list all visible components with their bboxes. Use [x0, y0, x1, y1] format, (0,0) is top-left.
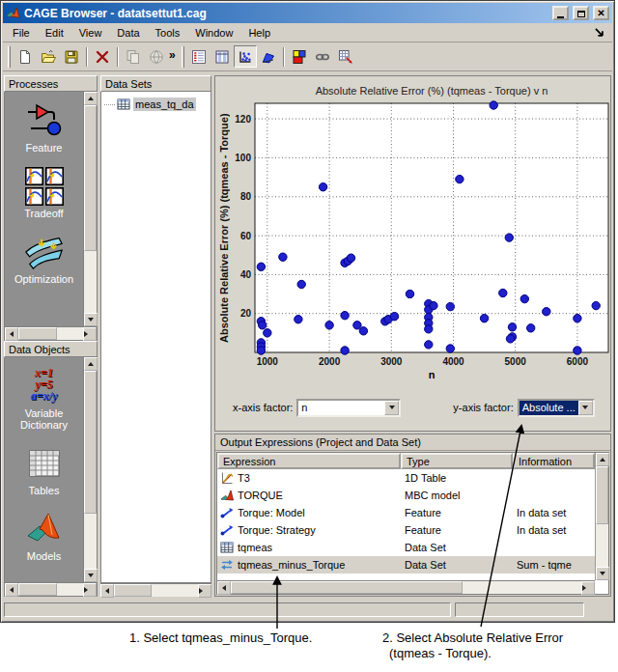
data-objects-scrollbar[interactable]: [83, 357, 97, 582]
scroll-down-button[interactable]: [84, 313, 98, 326]
x-axis-factor-dropdown-button[interactable]: [384, 401, 399, 415]
scroll-right-button[interactable]: [198, 584, 211, 598]
toolbar-grip[interactable]: [182, 46, 184, 68]
toolbar-separator: [283, 47, 285, 67]
expression-type: 1D Table: [401, 472, 513, 484]
x-axis-factor-label: x-axis factor:: [233, 402, 293, 413]
data-objects-hscrollbar[interactable]: [5, 582, 97, 596]
menu-tools[interactable]: Tools: [148, 24, 188, 42]
scroll-up-button[interactable]: [84, 92, 98, 105]
axis-factor-row: x-axis factor: n y-axis factor: Absolute…: [215, 395, 610, 420]
data-sets-hscrollbar[interactable]: [100, 583, 211, 597]
title-bar[interactable]: CAGE Browser - datatsettut1.cag ✕: [3, 3, 612, 23]
feature-icon: [24, 101, 65, 140]
scroll-up-button[interactable]: [84, 357, 98, 371]
table-hscrollbar[interactable]: [217, 580, 595, 594]
scroll-up-button[interactable]: [596, 453, 609, 466]
dock-arrow-icon[interactable]: [593, 26, 606, 40]
export-button[interactable]: [334, 45, 357, 68]
svg-text:5000: 5000: [505, 356, 527, 367]
expression-row-torque[interactable]: TORQUE MBC model: [217, 487, 595, 504]
chart-y-axis-label: Absolute Relative Error (%) (tqmeas - To…: [218, 103, 233, 352]
expression-name: Torque: Strategy: [238, 524, 316, 536]
copy-button: [122, 45, 145, 68]
dataset-item-label: meas_tq_da: [133, 98, 196, 111]
menu-view[interactable]: View: [71, 24, 110, 42]
view-data-button[interactable]: [187, 45, 211, 68]
processes-hscrollbar[interactable]: [5, 326, 97, 340]
sidebar-item-tables[interactable]: Tables: [24, 444, 65, 496]
matlab-logo-icon: [6, 6, 20, 20]
table-vscrollbar[interactable]: [595, 453, 608, 580]
scatter-plot-panel: 10002000300040005000600020406080100120 A…: [214, 75, 611, 432]
color-button[interactable]: [288, 45, 311, 68]
y-axis-factor-select[interactable]: Absolute ...: [518, 399, 595, 417]
expression-row-t3[interactable]: T3 1D Table: [217, 469, 595, 487]
scroll-right-button[interactable]: [83, 327, 97, 341]
render-button: [145, 45, 168, 68]
sidebar-item-models[interactable]: Models: [24, 510, 65, 562]
scroll-left-button[interactable]: [100, 584, 114, 598]
scroll-left-button[interactable]: [217, 581, 231, 595]
process-sidebar: Processes Feature Tradeoff Optimization: [4, 75, 98, 597]
menu-file[interactable]: File: [5, 24, 38, 42]
menu-edit[interactable]: Edit: [38, 24, 71, 42]
x-axis-factor-value: n: [298, 401, 384, 415]
open-file-button[interactable]: [37, 45, 60, 68]
x-axis-factor-select[interactable]: n: [296, 399, 401, 417]
sidebar-item-label: Variable Dictionary: [11, 407, 78, 431]
expression-information: Sum - tqme: [513, 559, 595, 571]
mbc-model-icon: [220, 489, 234, 502]
view-surface-button[interactable]: [257, 45, 280, 68]
sidebar-item-tradeoff[interactable]: Tradeoff: [24, 167, 65, 219]
delete-button[interactable]: [91, 45, 114, 68]
output-expressions-table: ExpressionTypeInformation T3 1D Table TO…: [216, 452, 609, 595]
chart-x-axis-label: n: [255, 369, 608, 380]
scroll-right-button[interactable]: [581, 581, 595, 595]
processes-scrollbar[interactable]: [83, 92, 97, 326]
minimize-button[interactable]: [552, 6, 569, 20]
dataset-item-meas-tq-da[interactable]: meas_tq_da: [101, 97, 211, 112]
y-axis-factor-value: Absolute ...: [520, 401, 578, 415]
sidebar-item-feature[interactable]: Feature: [24, 101, 65, 154]
close-button[interactable]: ✕: [593, 6, 609, 20]
save-button[interactable]: [60, 45, 83, 68]
dataset-table-icon: [117, 98, 130, 111]
expression-row-tqmeas[interactable]: tqmeas Data Set: [217, 539, 595, 556]
svg-text:4000: 4000: [442, 356, 464, 367]
y-axis-factor-dropdown-button[interactable]: [578, 401, 593, 415]
toolbar-grip[interactable]: [8, 46, 11, 68]
scatter-plot[interactable]: 10002000300040005000600020406080100120: [215, 76, 612, 395]
svg-text:120: 120: [235, 114, 251, 125]
scroll-left-button[interactable]: [5, 583, 18, 597]
optimization-icon: [23, 233, 64, 271]
processes-header: Processes: [4, 75, 98, 92]
scroll-right-button[interactable]: [83, 583, 97, 597]
expression-row-torque-model[interactable]: Torque: Model Feature In data set: [217, 504, 595, 521]
data-objects-header: Data Objects: [4, 341, 98, 357]
new-file-button[interactable]: [14, 45, 37, 68]
sidebar-item-label: Optimization: [14, 273, 73, 285]
expression-row-torque-strategy[interactable]: Torque: Strategy Feature In data set: [217, 521, 595, 539]
menu-window[interactable]: Window: [187, 24, 240, 42]
menu-help[interactable]: Help: [240, 24, 278, 42]
view-table-button[interactable]: [211, 45, 234, 68]
sidebar-item-optimization[interactable]: Optimization: [14, 233, 73, 285]
expression-name: tqmeas_minus_Torque: [238, 559, 345, 571]
sidebar-item-variable-dictionary[interactable]: x=1y=5a=x/y Variable Dictionary: [11, 367, 78, 431]
status-cell: [455, 602, 584, 617]
menu-data[interactable]: Data: [109, 24, 147, 42]
column-header-expression[interactable]: Expression: [217, 453, 401, 469]
toolbar-overflow-button[interactable]: »: [168, 48, 179, 66]
expression-row-tqmeas-minus-torque[interactable]: tqmeas_minus_Torque Data Set Sum - tqme: [217, 556, 595, 574]
svg-text:2000: 2000: [319, 356, 341, 367]
scroll-left-button[interactable]: [5, 327, 18, 341]
scroll-down-button[interactable]: [596, 567, 609, 580]
column-header-information[interactable]: Information: [513, 453, 595, 469]
maximize-button[interactable]: [573, 6, 589, 20]
link-button[interactable]: [311, 45, 334, 68]
column-header-type[interactable]: Type: [401, 453, 513, 469]
view-plot-button[interactable]: [234, 45, 257, 68]
scroll-down-button[interactable]: [84, 569, 98, 582]
expression-type: Data Set: [401, 542, 513, 553]
